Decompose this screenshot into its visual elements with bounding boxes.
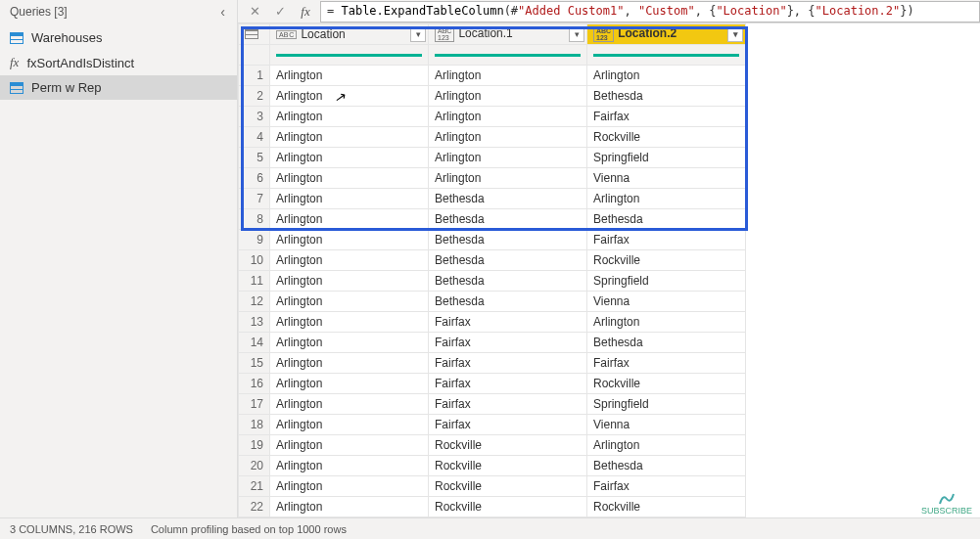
cell[interactable]: Fairfax (429, 374, 587, 394)
row-number[interactable]: 14 (239, 333, 270, 353)
cell[interactable]: Arlington (270, 476, 429, 497)
query-item-warehouses[interactable]: Warehouses (0, 25, 237, 50)
cell[interactable]: Arlington (270, 209, 429, 230)
column-header-location-2[interactable]: ABC 123Location.2▾ (587, 24, 746, 45)
row-number[interactable]: 10 (239, 250, 270, 271)
row-number[interactable]: 5 (239, 148, 270, 168)
cell[interactable]: Bethesda (587, 209, 746, 230)
commit-formula-button[interactable]: ✓ (269, 2, 291, 22)
cell[interactable]: Rockville (429, 497, 587, 517)
cell[interactable]: Rockville (429, 476, 587, 497)
cell[interactable]: Bethesda (429, 250, 587, 271)
row-number[interactable]: 15 (239, 353, 270, 374)
cell[interactable]: Arlington (270, 148, 429, 168)
row-number[interactable]: 11 (239, 271, 270, 292)
table-row[interactable]: 22ArlingtonRockvilleRockville (239, 497, 746, 517)
cell[interactable]: Arlington (587, 435, 746, 456)
table-row[interactable]: 7ArlingtonBethesdaArlington (239, 189, 746, 209)
table-row[interactable]: 10ArlingtonBethesdaRockville (239, 250, 746, 271)
table-row[interactable]: 16ArlingtonFairfaxRockville (239, 374, 746, 394)
query-item-perm-w-rep[interactable]: Perm w Rep (0, 75, 237, 100)
query-item-fxsortandisdistinct[interactable]: fxfxSortAndIsDistinct (0, 50, 237, 75)
fx-icon[interactable]: fx (295, 2, 316, 22)
cell[interactable]: Bethesda (429, 209, 587, 230)
cell[interactable]: Fairfax (587, 230, 746, 250)
column-filter-button[interactable]: ▾ (410, 26, 426, 42)
row-number[interactable]: 6 (239, 168, 270, 189)
cell[interactable]: Arlington (429, 148, 587, 168)
cell[interactable]: Rockville (587, 374, 746, 394)
column-header-location[interactable]: AB CLocation▾ (270, 24, 429, 45)
cell[interactable]: Rockville (587, 497, 746, 517)
cell[interactable]: Vienna (587, 168, 746, 189)
cell[interactable]: Bethesda (429, 230, 587, 250)
data-grid[interactable]: ↖ AB CLocation▾ABC 123Location.1▾ABC 123… (238, 23, 980, 517)
cell[interactable]: Arlington (429, 66, 587, 86)
cell[interactable]: Fairfax (429, 353, 587, 374)
table-row[interactable]: 4ArlingtonArlingtonRockville (239, 127, 746, 148)
table-row[interactable]: 13ArlingtonFairfaxArlington (239, 312, 746, 333)
cell[interactable]: Rockville (429, 435, 587, 456)
table-row[interactable]: 1ArlingtonArlingtonArlington (239, 66, 746, 86)
row-number[interactable]: 1 (239, 66, 270, 86)
row-number[interactable]: 20 (239, 456, 270, 476)
row-number[interactable]: 13 (239, 312, 270, 333)
cell[interactable]: Fairfax (429, 312, 587, 333)
cell[interactable]: Arlington (429, 127, 587, 148)
row-number[interactable]: 22 (239, 497, 270, 517)
cell[interactable]: Arlington (270, 374, 429, 394)
row-number[interactable]: 7 (239, 189, 270, 209)
row-number[interactable]: 12 (239, 292, 270, 312)
table-row[interactable]: 14ArlingtonFairfaxBethesda (239, 333, 746, 353)
column-filter-button[interactable]: ▾ (727, 26, 743, 42)
cell[interactable]: Arlington (587, 66, 746, 86)
cell[interactable]: Bethesda (587, 333, 746, 353)
cell[interactable]: Rockville (587, 127, 746, 148)
cell[interactable]: Arlington (270, 456, 429, 476)
cell[interactable]: Arlington (270, 333, 429, 353)
cell[interactable]: Fairfax (429, 394, 587, 415)
row-number[interactable]: 21 (239, 476, 270, 497)
row-number[interactable]: 2 (239, 86, 270, 107)
table-row[interactable]: 9ArlingtonBethesdaFairfax (239, 230, 746, 250)
cell[interactable]: Arlington (429, 86, 587, 107)
table-row[interactable]: 20ArlingtonRockvilleBethesda (239, 456, 746, 476)
cancel-formula-button[interactable]: ✕ (244, 2, 265, 22)
cell[interactable]: Vienna (587, 415, 746, 435)
table-row[interactable]: 12ArlingtonBethesdaVienna (239, 292, 746, 312)
table-row[interactable]: 6ArlingtonArlingtonVienna (239, 168, 746, 189)
cell[interactable]: Arlington (270, 497, 429, 517)
cell[interactable]: Fairfax (429, 415, 587, 435)
row-number[interactable]: 8 (239, 209, 270, 230)
cell[interactable]: Springfield (587, 148, 746, 168)
cell[interactable]: Rockville (429, 456, 587, 476)
cell[interactable]: Arlington (270, 292, 429, 312)
cell[interactable]: Arlington (270, 107, 429, 127)
cell[interactable]: Bethesda (587, 456, 746, 476)
cell[interactable]: Rockville (587, 250, 746, 271)
cell[interactable]: Arlington (270, 189, 429, 209)
cell[interactable]: Arlington (270, 271, 429, 292)
cell[interactable]: Arlington (270, 230, 429, 250)
cell[interactable]: Arlington (587, 189, 746, 209)
row-number[interactable]: 4 (239, 127, 270, 148)
table-row[interactable]: 18ArlingtonFairfaxVienna (239, 415, 746, 435)
cell[interactable]: Arlington (270, 394, 429, 415)
cell[interactable]: Arlington (587, 312, 746, 333)
table-row[interactable]: 19ArlingtonRockvilleArlington (239, 435, 746, 456)
cell[interactable]: Bethesda (429, 189, 587, 209)
cell[interactable]: Fairfax (429, 333, 587, 353)
cell[interactable]: Arlington (429, 107, 587, 127)
table-row[interactable]: 21ArlingtonRockvilleFairfax (239, 476, 746, 497)
row-number[interactable]: 17 (239, 394, 270, 415)
formula-input[interactable]: = Table.ExpandTableColumn(#"Added Custom… (320, 1, 980, 22)
column-header-location-1[interactable]: ABC 123Location.1▾ (429, 24, 587, 45)
select-all-corner[interactable] (239, 24, 270, 45)
cell[interactable]: Arlington (270, 435, 429, 456)
row-number[interactable]: 9 (239, 230, 270, 250)
row-number[interactable]: 16 (239, 374, 270, 394)
cell[interactable]: Fairfax (587, 353, 746, 374)
column-filter-button[interactable]: ▾ (569, 26, 584, 42)
table-row[interactable]: 15ArlingtonFairfaxFairfax (239, 353, 746, 374)
collapse-queries-icon[interactable]: ‹ (216, 4, 229, 20)
